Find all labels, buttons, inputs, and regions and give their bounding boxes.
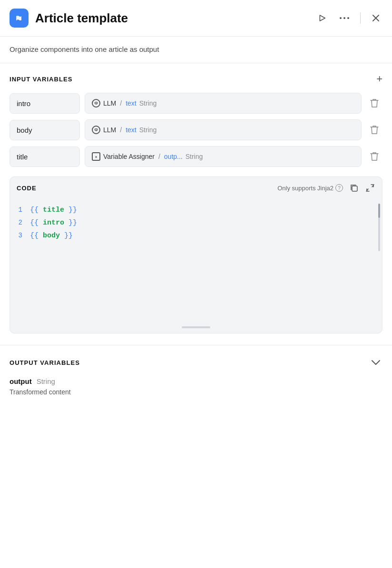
variable-name-body: body — [10, 120, 80, 140]
header-divider — [360, 12, 361, 24]
variable-source-body: Ф LLM / text String — [85, 119, 362, 140]
jinja-label: Only supports Jinja2 ? — [277, 184, 343, 192]
llm-icon: Ф — [92, 99, 100, 108]
page-title: Article template — [35, 11, 314, 26]
line-content-1: {{ title }} — [30, 204, 77, 216]
source-name-body: LLM — [103, 126, 116, 134]
source-sep-title: / — [158, 153, 160, 160]
code-header-right: Only supports Jinja2 ? — [277, 183, 375, 193]
subtitle: Organize components into one article as … — [0, 37, 392, 53]
variable-assigner-icon: x — [92, 152, 100, 161]
delete-intro-button[interactable] — [366, 95, 382, 112]
output-variable-name: output — [10, 377, 32, 385]
close-button[interactable] — [369, 11, 382, 25]
line-content-3: {{ body }} — [30, 229, 73, 242]
source-sep-body: / — [120, 126, 122, 134]
play-button[interactable] — [314, 11, 329, 25]
source-name-title: Variable Assigner — [103, 153, 155, 160]
input-variables-header: INPUT VARIABLES + — [10, 74, 382, 84]
line-content-2: {{ intro }} — [30, 216, 77, 229]
output-variable-description: Transformed content — [10, 388, 382, 396]
input-variables-section: INPUT VARIABLES + intro Ф LLM / text Str… — [0, 63, 392, 167]
code-section-title: CODE — [17, 185, 37, 192]
variable-source-intro: Ф LLM / text String — [85, 93, 362, 114]
llm-icon-body: Ф — [92, 126, 100, 134]
app-logo — [10, 9, 29, 28]
input-variables-title: INPUT VARIABLES — [10, 76, 72, 83]
horizontal-scrollbar[interactable] — [10, 323, 382, 333]
output-variables-section: OUTPUT VARIABLES output String Transform… — [0, 345, 392, 396]
svg-rect-4 — [352, 186, 357, 191]
line-number-2: 2 — [15, 217, 22, 229]
svg-point-3 — [347, 17, 349, 19]
horizontal-scrollbar-thumb — [182, 326, 210, 328]
vertical-scrollbar[interactable] — [378, 204, 380, 251]
source-name-intro: LLM — [103, 99, 116, 107]
source-type2-title: String — [186, 153, 203, 160]
variable-name-title: title — [10, 147, 80, 167]
source-type-title: outp... — [164, 153, 183, 160]
code-header: CODE Only supports Jinja2 ? — [10, 177, 382, 199]
more-button[interactable] — [337, 15, 352, 21]
vertical-scrollbar-thumb — [378, 204, 380, 218]
jinja-label-text: Only supports Jinja2 — [277, 185, 333, 192]
collapse-output-button[interactable] — [369, 356, 382, 370]
variable-name-intro: intro — [10, 93, 80, 114]
output-variable-type: String — [37, 377, 55, 385]
expand-code-button[interactable] — [365, 183, 375, 193]
jinja-help-icon[interactable]: ? — [335, 184, 343, 192]
svg-point-2 — [343, 17, 345, 19]
output-variables-title: OUTPUT VARIABLES — [10, 359, 80, 366]
variable-source-title: x Variable Assigner / outp... String — [85, 146, 362, 167]
source-type2-intro: String — [139, 99, 157, 107]
code-line-2: 2 {{ intro }} — [15, 216, 375, 229]
variable-row-body: body Ф LLM / text String — [10, 119, 382, 140]
source-type-body: text — [126, 126, 137, 134]
variable-row-title: title x Variable Assigner / outp... Stri… — [10, 146, 382, 167]
delete-title-button[interactable] — [366, 148, 382, 165]
copy-code-button[interactable] — [349, 183, 359, 193]
delete-body-button[interactable] — [366, 121, 382, 138]
header-actions — [314, 11, 382, 25]
source-sep-intro: / — [120, 99, 122, 107]
source-type2-body: String — [139, 126, 157, 134]
output-variables-header: OUTPUT VARIABLES — [10, 356, 382, 370]
output-variable-row: output String — [10, 377, 382, 385]
code-line-3: 3 {{ body }} — [15, 229, 375, 242]
code-line-1: 1 {{ title }} — [15, 204, 375, 216]
variable-row-intro: intro Ф LLM / text String — [10, 93, 382, 114]
line-number-3: 3 — [15, 230, 22, 242]
code-section: CODE Only supports Jinja2 ? 1 — [10, 176, 382, 333]
line-number-1: 1 — [15, 204, 22, 216]
source-type-intro: text — [126, 99, 137, 107]
add-variable-button[interactable]: + — [376, 74, 382, 84]
svg-point-1 — [340, 17, 342, 19]
header: Article template — [0, 0, 392, 37]
code-body: 1 {{ title }} 2 {{ intro }} 3 {{ body }} — [10, 199, 382, 323]
